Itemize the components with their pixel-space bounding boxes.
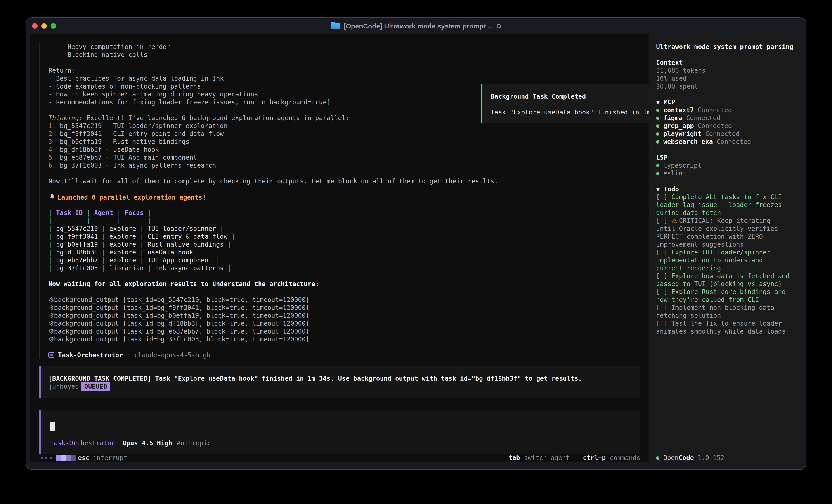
lsp-item: typescript — [656, 162, 792, 169]
sidebar-title: Ultrawork mode system prompt parsing — [656, 43, 792, 51]
transcript-line: | bg_37f1c003 | librarian | Ink async pa… — [48, 264, 498, 272]
transcript-line — [48, 106, 498, 114]
message-text: [BACKGROUND TASK COMPLETED] Task "Explor… — [48, 374, 582, 383]
transcript-line: - Best practices for async data loading … — [48, 75, 498, 82]
close-button[interactable] — [32, 23, 37, 29]
transcript-line — [48, 343, 498, 351]
transcript-line — [48, 59, 498, 66]
transcript-line: | bg_eb87ebb7 | explore | TUI App compon… — [48, 256, 498, 264]
keyboard-hints: tab switch agent ctrl+p commands — [509, 454, 640, 462]
mcp-list: context7 Connectedfigma Connectedgrep_ap… — [656, 106, 792, 146]
todo-item: [ ] Explore Rust core bindings and how t… — [656, 288, 792, 304]
transcript-line: | bg_df18bb3f | explore | useData hook | — [48, 248, 498, 256]
context-heading: Context — [656, 59, 792, 66]
zoom-button[interactable] — [51, 23, 56, 29]
input-agent-name: Task-Orchestrator — [50, 440, 115, 447]
input-model: Opus 4.5 High — [123, 440, 172, 447]
status-dot-icon — [656, 456, 659, 460]
agent-box-icon — [48, 352, 54, 358]
todo-checkbox: [ ] — [656, 304, 671, 311]
todo-item: [ ] Implement non-blocking data fetching… — [656, 304, 792, 319]
connected-dot-icon — [656, 172, 659, 175]
main-pane: - Heavy computation in render - Blocking… — [30, 34, 649, 462]
rocket-icon — [48, 193, 56, 201]
sidebar: Ultrawork mode system prompt parsing Con… — [649, 34, 800, 462]
todo-item: [ ] ⚠ CRITICAL: Keep iterating until Ora… — [656, 217, 792, 248]
connected-dot-icon — [656, 140, 659, 144]
input-agent-row: Task-OrchestratorOpus 4.5 HighAnthropic — [50, 439, 211, 447]
context-stats: 31,686 tokens16% used$0.00 spent — [656, 66, 792, 90]
mcp-item: websearch_exa Connected — [656, 138, 792, 146]
notification-toast[interactable]: Background Task Completed Task "Explore … — [481, 84, 649, 123]
lsp-heading: LSP — [656, 153, 792, 162]
transcript-line — [48, 201, 498, 209]
transcript-line: 3. bg_b0effa19 - Rust native bindings — [48, 138, 498, 146]
titlebar: [OpenCode] Ultrawork mode system prompt … — [26, 18, 806, 34]
ctrlp-key-hint: ctrl+p — [583, 454, 606, 462]
transcript-line: Return: — [48, 66, 498, 75]
transcript-line: Now I'll wait for all of them to complet… — [48, 177, 498, 185]
esc-key-hint: esc — [78, 454, 89, 462]
prompt-input[interactable]: Task-OrchestratorOpus 4.5 HighAnthropic — [39, 410, 640, 454]
warning-icon: ⚠ — [671, 217, 679, 224]
transcript-line — [48, 272, 498, 280]
transcript-line: ⚙background_output [task_id=bg_b0effa19,… — [48, 312, 498, 319]
context-stat: 31,686 tokens — [656, 66, 792, 75]
traffic-lights — [32, 23, 56, 29]
transcript-line — [48, 288, 498, 296]
transcript-line: |---------|-------|-------| — [48, 217, 498, 225]
todo-checkbox: [ ] — [656, 288, 671, 296]
app-window: [OpenCode] Ultrawork mode system prompt … — [26, 18, 806, 470]
todo-checkbox: [ ] — [656, 320, 671, 327]
background-task-message: [BACKGROUND TASK COMPLETED] Task "Explor… — [39, 366, 640, 398]
tab-key-hint: tab — [509, 454, 520, 462]
transcript-line: ⚙background_output [task_id=bg_f9ff3041,… — [48, 304, 498, 312]
transcript-line — [48, 185, 498, 193]
mcp-item: grep_app Connected — [656, 122, 792, 130]
context-stat: 16% used — [656, 75, 792, 82]
todo-item: [ ] Complete ALL tasks to fix CLI loader… — [656, 193, 792, 217]
mcp-heading[interactable]: ▼ MCP — [656, 98, 792, 106]
connected-dot-icon — [656, 164, 659, 167]
lsp-list: typescripteslint — [656, 162, 792, 177]
ctrlp-label: commands — [610, 454, 640, 462]
transcript-line: ⚙background_output [task_id=bg_df18bb3f,… — [48, 319, 498, 328]
transcript-line — [48, 169, 498, 177]
status-badge: QUEUED — [81, 382, 110, 391]
transcript-line: 5. bg_eb87ebb7 - TUI App main component — [48, 153, 498, 162]
text-cursor — [50, 422, 55, 431]
toast-title: Background Task Completed — [491, 93, 586, 100]
transcript-line: | Task ID | Agent | Focus | — [48, 209, 498, 217]
transcript-line: Task-Orchestrator · claude-opus-4-5-high — [48, 351, 498, 359]
transcript: - Heavy computation in render - Blocking… — [39, 43, 498, 359]
todo-list: [ ] Complete ALL tasks to fix CLI loader… — [656, 193, 792, 335]
todo-heading[interactable]: ▼ Todo — [656, 185, 792, 193]
transcript-line: - How to keep spinner animating during h… — [48, 90, 498, 98]
app-name: Open — [664, 454, 678, 461]
esc-label: interrupt — [93, 454, 127, 462]
lsp-item: eslint — [656, 169, 792, 177]
transcript-line: ⚙background_output [task_id=bg_eb87ebb7,… — [48, 328, 498, 335]
minimize-button[interactable] — [42, 23, 47, 29]
todo-checkbox: [ ] — [656, 217, 671, 224]
transcript-line: | bg_b0effa19 | explore | Rust native bi… — [48, 241, 498, 248]
footer-bar: esc interrupt tab switch agent ctrl+p co… — [30, 454, 649, 462]
tab-label: switch agent — [524, 454, 570, 462]
transcript-line: 4. bg_df18bb3f - useData hook — [48, 146, 498, 153]
transcript-line: - Heavy computation in render — [48, 43, 498, 51]
connected-dot-icon — [656, 116, 659, 120]
window-title: [OpenCode] Ultrawork mode system prompt … — [343, 22, 493, 30]
todo-item: [ ] Explore TUI loader/spinner implement… — [656, 248, 792, 272]
circle-icon — [497, 24, 501, 28]
connected-dot-icon — [656, 124, 659, 128]
transcript-line: Launched 6 parallel exploration agents! — [48, 193, 498, 201]
transcript-line: 6. bg_37f1c003 - Ink async patterns rese… — [48, 162, 498, 169]
todo-checkbox: [ ] — [656, 272, 671, 280]
input-provider: Anthropic — [177, 440, 211, 447]
connected-dot-icon — [656, 132, 659, 136]
transcript-line: 2. bg_f9ff3041 - CLI entry point and dat… — [48, 130, 498, 138]
todo-item: [ ] Explore how data is fetched and pass… — [656, 272, 792, 288]
transcript-line: 1. bg_5547c219 - TUI loader/spinner expl… — [48, 122, 498, 130]
busy-spinner — [41, 454, 76, 462]
todo-checkbox: [ ] — [656, 193, 671, 201]
